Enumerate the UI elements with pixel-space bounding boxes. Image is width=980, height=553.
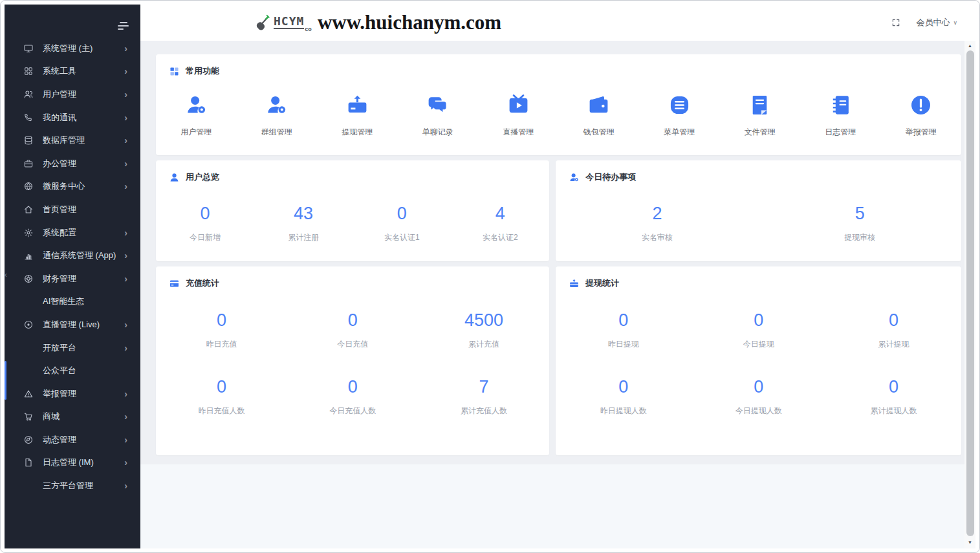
- quick-function-item[interactable]: 举报管理: [881, 93, 962, 138]
- scrollbar-thumb[interactable]: [966, 50, 974, 536]
- sidebar-item[interactable]: 公众平台: [5, 359, 140, 382]
- chevron-right-icon: ›: [124, 435, 127, 444]
- sidebar-item[interactable]: 直播管理 (Live)›: [5, 313, 140, 336]
- sidebar-item[interactable]: 微服务中心›: [5, 175, 140, 199]
- sidebar-collapse-button[interactable]: [118, 22, 129, 30]
- stats-row-1: 用户总览 0今日新增43累计注册0实名认证14实名认证2 今日待办事项 2实名审…: [156, 160, 961, 261]
- sidebar-item[interactable]: 举报管理›: [5, 382, 140, 406]
- stat-item: 2实名审核: [556, 204, 758, 243]
- stat-label: 今日充值人数: [287, 406, 419, 417]
- stat-item: 0今日新增: [156, 204, 254, 243]
- stat-value: 0: [287, 377, 419, 397]
- sidebar-item[interactable]: 办公管理›: [5, 152, 140, 175]
- stat-item: 43累计注册: [254, 204, 353, 243]
- sidebar-item[interactable]: 首页管理: [5, 198, 140, 221]
- quick-function-item[interactable]: 提现管理: [317, 93, 398, 138]
- stat-label: 昨日充值: [156, 339, 287, 350]
- sidebar-item[interactable]: 系统配置›: [5, 221, 140, 244]
- card-title: 今日待办事项: [585, 171, 636, 183]
- quick-function-item[interactable]: 日志管理: [800, 93, 881, 138]
- card-title: 用户总览: [186, 171, 219, 183]
- sidebar-item[interactable]: 商城›: [5, 406, 140, 429]
- sidebar-item-label: 系统管理 (主): [43, 43, 124, 54]
- stat-item: 0昨日提现人数: [556, 377, 691, 417]
- quick-function-item[interactable]: 菜单管理: [639, 93, 720, 138]
- site-domain: www.huichanym.com: [318, 10, 501, 34]
- user-icon: [169, 172, 180, 183]
- monitor-icon: [23, 43, 34, 54]
- quick-function-item[interactable]: 文件管理: [720, 93, 801, 138]
- sidebar-item[interactable]: 用户管理›: [5, 83, 140, 106]
- chat-bubbles-icon: [426, 93, 450, 117]
- sidebar-item-label: 我的通讯: [43, 112, 124, 124]
- stat-item: 4500累计充值: [419, 310, 550, 350]
- quick-function-label: 菜单管理: [664, 127, 695, 138]
- warning-triangle-icon: [23, 388, 34, 399]
- scroll-down-arrow[interactable]: ▼: [964, 540, 975, 545]
- grid-icon: [169, 66, 180, 77]
- chevron-right-icon: ›: [124, 159, 127, 168]
- user-gear-icon: [569, 172, 580, 183]
- sidebar-item[interactable]: 通信系统管理 (App)›: [5, 244, 140, 267]
- chevron-right-icon: ›: [124, 113, 127, 122]
- member-center-menu[interactable]: 会员中心 ∨: [916, 17, 957, 28]
- stat-value: 0: [156, 310, 287, 331]
- user-gear-icon: [184, 93, 208, 117]
- stat-value: 0: [691, 377, 826, 397]
- sidebar-item[interactable]: 开放平台›: [5, 336, 140, 360]
- quick-function-item[interactable]: 钱包管理: [559, 93, 640, 138]
- scroll-up-arrow[interactable]: ▲: [964, 43, 975, 48]
- brand-text: HCYM: [274, 16, 304, 29]
- sidebar-item-label: 动态管理: [43, 434, 124, 446]
- collapse-bar: [118, 25, 129, 27]
- sidebar-item-label: 用户管理: [43, 89, 124, 100]
- stat-label: 今日提现: [691, 339, 826, 350]
- dashboard-content: 常用功能 用户管理群组管理提现管理单聊记录直播管理钱包管理菜单管理文件管理日志管…: [140, 41, 964, 548]
- sidebar-item-label: 举报管理: [43, 388, 124, 400]
- chevron-down-icon: ∨: [953, 19, 957, 26]
- live-icon: [23, 319, 34, 330]
- quick-function-label: 举报管理: [906, 127, 937, 138]
- quick-function-label: 提现管理: [342, 127, 373, 138]
- sidebar-item[interactable]: 数据库管理›: [5, 129, 140, 152]
- sidebar-item[interactable]: 动态管理›: [5, 428, 140, 451]
- quick-function-item[interactable]: 单聊记录: [398, 93, 479, 138]
- collapse-bar: [118, 28, 124, 30]
- card-title: 充值统计: [186, 277, 219, 289]
- sidebar-item[interactable]: 日志管理 (IM)›: [5, 451, 140, 475]
- admin-app: 系统管理 (主)›系统工具›用户管理›我的通讯›数据库管理›办公管理›微服务中心…: [5, 5, 975, 548]
- shovel-logo-icon: [256, 13, 270, 32]
- stat-item: 0累计提现: [826, 310, 961, 350]
- compass-icon: [23, 434, 34, 445]
- stat-item: 0今日充值人数: [287, 377, 419, 417]
- sidebar-item-label: 办公管理: [43, 158, 124, 169]
- cards-container: 常用功能 用户管理群组管理提现管理单聊记录直播管理钱包管理菜单管理文件管理日志管…: [140, 41, 964, 455]
- group-gear-icon: [265, 93, 289, 117]
- apps-icon: [23, 66, 34, 77]
- stat-item: 0累计提现人数: [826, 377, 961, 417]
- sidebar-item[interactable]: 三方平台管理›: [5, 474, 140, 497]
- quick-function-label: 钱包管理: [583, 127, 615, 138]
- quick-function-item[interactable]: 用户管理: [156, 93, 237, 138]
- stat-value: 5: [759, 204, 961, 224]
- card-header: 充值统计: [156, 266, 549, 289]
- quick-function-item[interactable]: 群组管理: [237, 93, 318, 138]
- sidebar-item[interactable]: 我的通讯›: [5, 106, 140, 129]
- fullscreen-icon[interactable]: [891, 18, 900, 27]
- card-header: 今日待办事项: [556, 160, 961, 183]
- user-overview-stats: 0今日新增43累计注册0实名认证14实名认证2: [156, 183, 549, 243]
- sidebar-item-label: 财务管理: [43, 273, 124, 285]
- bar-chart-icon: [23, 250, 34, 261]
- sidebar-item[interactable]: 系统工具›: [5, 60, 140, 83]
- stat-value: 0: [826, 310, 961, 331]
- sidebar-collapse-handle[interactable]: ‹: [5, 271, 7, 279]
- scrollbar: ▲ ▼: [964, 41, 975, 548]
- user-overview-card: 用户总览 0今日新增43累计注册0实名认证14实名认证2: [156, 160, 549, 261]
- sidebar-item[interactable]: AI智能生态: [5, 290, 140, 314]
- quick-function-item[interactable]: 直播管理: [478, 93, 559, 138]
- stat-item: 0昨日充值: [156, 310, 287, 350]
- sidebar-item-label: 开放平台: [43, 342, 124, 354]
- sidebar-item[interactable]: 财务管理›: [5, 267, 140, 290]
- sidebar-item[interactable]: 系统管理 (主)›: [5, 37, 140, 60]
- stat-item: 0今日充值: [287, 310, 419, 350]
